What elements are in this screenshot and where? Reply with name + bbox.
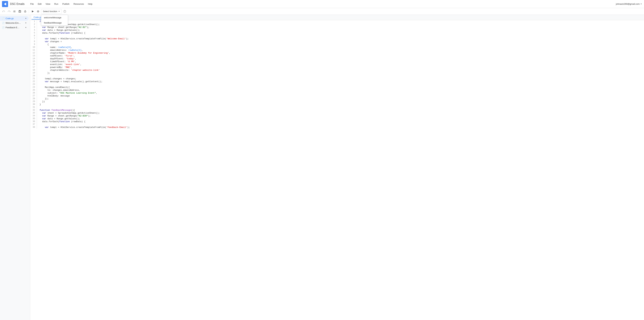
line-content-15: timeOfEvent: '8 PM', [37, 60, 644, 63]
code-line-18: 18 chapterWebsite: 'chapter-website-link… [30, 69, 644, 72]
save-icon [18, 10, 21, 13]
menu-view[interactable]: View [44, 2, 52, 6]
editor-area: Code.gs ✕ 1 function we 2 var sheet = Sp… [30, 15, 644, 320]
line-content-28: }); [37, 97, 644, 100]
run-button[interactable] [30, 9, 35, 14]
line-num-33: 33 [30, 112, 37, 114]
logo-arrow-icon [4, 3, 6, 6]
code-line-17: 17 poweredBy: 'MAE', [30, 66, 644, 69]
dropdown-item-welcome[interactable]: welcomeMessage [41, 15, 68, 20]
code-line-4: 4 var data = Range.getValues(); [30, 29, 644, 32]
menu-resources[interactable]: Resources [72, 2, 86, 6]
run-icon [32, 10, 34, 13]
line-num-35: 35 [30, 117, 37, 120]
menu-edit[interactable]: Edit [36, 2, 43, 6]
line-num-26: 26 [30, 92, 37, 94]
code-line-29: 29 }) [30, 100, 644, 103]
code-line-34: 34 var Range = sheet.getRange("A2:B30"); [30, 114, 644, 117]
line-num-11: 11 [30, 49, 37, 52]
code-line-27: 27 htmlBody: message [30, 94, 644, 97]
line-num-32: 32 [30, 109, 37, 112]
code-line-28: 28 }); [30, 97, 644, 100]
indent-button[interactable] [12, 9, 17, 14]
line-num-21: 21 [30, 77, 37, 80]
menu-publish[interactable]: Publish [60, 2, 71, 6]
menu-run[interactable]: Run [53, 2, 60, 6]
line-num-16: 16 [30, 63, 37, 66]
code-line-37: 37 [30, 123, 644, 126]
select-function-dropdown-arrow-icon: ▼ [58, 11, 60, 12]
user-dropdown-icon[interactable]: ▼ [640, 3, 642, 5]
line-content-18: chapterWebsite: 'chapter-website-link' [37, 69, 644, 72]
line-num-19: 19 [30, 72, 37, 74]
sidebar-item-feedback-email[interactable]: 📄 Feedback-E… ▼ [0, 25, 29, 30]
redo-icon [8, 10, 10, 13]
code-line-25: 25 to: changes.emailAddress, [30, 89, 644, 92]
line-content-11: emailAddress: rowData[1], [37, 49, 644, 52]
line-num-38: 38 [30, 126, 37, 129]
line-num-15: 15 [30, 60, 37, 63]
undo-button[interactable] [1, 9, 6, 14]
line-content-35: var data = Range.getValues(); [37, 117, 644, 120]
line-content-17: poweredBy: 'MAE', [37, 66, 644, 69]
debug-button[interactable] [36, 9, 40, 14]
select-function-dropdown: welcomeMessage feedbackMessage [41, 15, 68, 26]
dropdown-item-feedback[interactable]: feedbackMessage [41, 20, 68, 25]
line-num-10: 10 [30, 46, 37, 49]
svg-point-16 [64, 12, 65, 12]
line-num-8: 8 [30, 40, 37, 43]
line-num-7: 7 [30, 37, 37, 40]
line-content-2: var sheet = SpreadsheetApp.getActiveShee… [37, 23, 644, 26]
sidebar-item-welcome-email[interactable]: 📄 Welcome-Em… ▼ [0, 21, 29, 25]
redo-button[interactable] [7, 9, 12, 14]
line-content-9: { [37, 43, 644, 46]
line-num-23: 23 [30, 83, 37, 86]
svg-rect-5 [19, 11, 20, 11]
menu-file[interactable]: File [28, 2, 36, 6]
line-content-20 [37, 74, 644, 77]
menu-bar: File Edit View Run Publish Resources Hel… [28, 2, 616, 6]
line-content-6 [37, 35, 644, 37]
line-content-31 [37, 106, 644, 109]
sidebar-item-code-gs[interactable]: 📄 Code.gs ▼ [0, 16, 29, 21]
sidebar-chevron-feedback-icon: ▼ [25, 27, 27, 28]
line-num-31: 31 [30, 106, 37, 109]
code-editor[interactable]: 1 function we 2 var sheet = SpreadsheetA… [30, 20, 644, 320]
user-email: johnaziz269@gmail.com [616, 3, 640, 5]
line-num-18: 18 [30, 69, 37, 72]
code-line-2: 2 var sheet = SpreadsheetApp.getActiveSh… [30, 23, 644, 26]
line-num-24: 24 [30, 86, 37, 89]
code-line-30: 30 } [30, 103, 644, 106]
line-num-1: 1 [30, 20, 37, 23]
line-content-4: var data = Range.getValues(); [37, 29, 644, 32]
line-num-30: 30 [30, 103, 37, 106]
code-line-6: 6 [30, 35, 644, 37]
code-line-19: 19 }; [30, 72, 644, 74]
line-content-26: subject: "DSC Machine Learning Event", [37, 92, 644, 94]
select-function-button[interactable]: Select function ▼ [41, 9, 62, 14]
code-line-35: 35 var data = Range.getValues(); [30, 117, 644, 120]
menu-help[interactable]: Help [86, 2, 94, 6]
save-button[interactable] [18, 9, 22, 14]
tab-bar: Code.gs ✕ [30, 15, 644, 20]
line-num-28: 28 [30, 97, 37, 100]
code-line-32: 32 function feedbackMessage(){ [30, 109, 644, 112]
line-content-24: MailApp.sendEmail({ [37, 86, 644, 89]
line-content-22: var message = templ.evaluate().getConten… [37, 80, 644, 83]
tab-label-code-gs: Code.gs [34, 16, 42, 19]
line-content-38: var templ = HtmlService.createTemplateFr… [37, 126, 644, 129]
line-content-19: }; [37, 72, 644, 74]
line-content-21: templ.changes = changes; [37, 77, 644, 80]
hint-button[interactable] [62, 9, 67, 14]
app-title: DSC Emails [10, 3, 24, 6]
line-num-37: 37 [30, 123, 37, 126]
line-num-5: 5 [30, 32, 37, 35]
line-num-6: 6 [30, 35, 37, 37]
svg-marker-11 [32, 11, 34, 13]
line-num-29: 29 [30, 100, 37, 103]
clock-button[interactable] [23, 9, 28, 14]
line-num-13: 13 [30, 54, 37, 57]
line-num-9: 9 [30, 43, 37, 46]
code-line-15: 15 timeOfEvent: '8 PM', [30, 60, 644, 63]
line-num-36: 36 [30, 120, 37, 123]
